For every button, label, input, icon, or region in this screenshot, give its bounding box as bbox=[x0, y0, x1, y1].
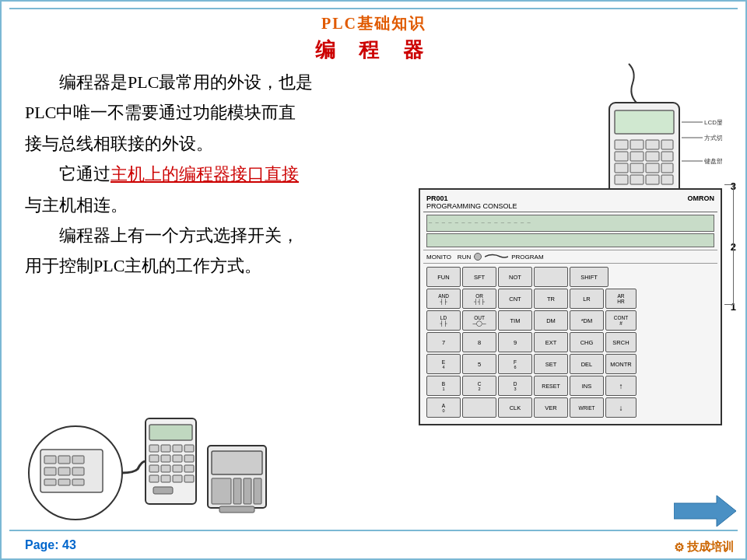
svg-rect-9 bbox=[661, 152, 673, 161]
key-shift[interactable]: SHIFT bbox=[570, 267, 608, 287]
paragraph-4: 它通过主机上的编程器接口直接 bbox=[25, 159, 406, 188]
svg-rect-13 bbox=[661, 163, 673, 173]
key-b1[interactable]: B1 bbox=[426, 376, 461, 396]
svg-rect-29 bbox=[72, 456, 84, 464]
svg-rect-41 bbox=[184, 445, 194, 452]
svg-rect-42 bbox=[149, 455, 159, 462]
key-out[interactable]: OUT─◯─ bbox=[462, 310, 496, 331]
text-block: 编程器是PLC最常用的外设，也是 PLC中唯一不需要通过功能模块而直 接与总线相… bbox=[25, 68, 406, 282]
svg-rect-34 bbox=[58, 479, 70, 485]
key-wriet[interactable]: WRIET bbox=[570, 397, 604, 418]
svg-rect-39 bbox=[161, 445, 170, 452]
key-a0[interactable]: A0 bbox=[426, 397, 461, 418]
key-cnt[interactable]: CNT bbox=[498, 289, 532, 309]
key-ext[interactable]: EXT bbox=[534, 332, 568, 352]
key-down[interactable]: ↓ bbox=[605, 397, 637, 418]
bottom-svg bbox=[25, 372, 274, 523]
key-srch[interactable]: SRCH bbox=[605, 332, 637, 352]
svg-rect-40 bbox=[173, 445, 182, 452]
key-up[interactable]: ↑ bbox=[605, 376, 637, 396]
paragraph-6: 编程器上有一个方式选择开关， bbox=[25, 221, 406, 250]
key-blank-1[interactable] bbox=[534, 267, 568, 287]
highlight-text: 主机上的编程器接口直接 bbox=[110, 164, 299, 184]
console-screen: _ _ _ _ _ _ _ _ _ _ _ _ _ _ _ _ bbox=[426, 215, 714, 232]
key-reset[interactable]: RESET bbox=[534, 376, 568, 396]
svg-rect-35 bbox=[72, 479, 84, 485]
content-area: 编程器是PLC最常用的外设，也是 PLC中唯一不需要通过功能模块而直 接与总线相… bbox=[25, 68, 722, 523]
key-f6[interactable]: F6 bbox=[498, 354, 532, 374]
key-d3[interactable]: D3 bbox=[498, 376, 532, 396]
paragraph-1: 编程器是PLC最常用的外设，也是 bbox=[25, 68, 406, 96]
paragraph-2: PLC中唯一不需要通过功能模块而直 bbox=[25, 98, 406, 127]
key-ver[interactable]: VER bbox=[534, 397, 568, 418]
key-8[interactable]: 8 bbox=[462, 332, 496, 352]
key-fun[interactable]: FUN bbox=[426, 267, 461, 287]
svg-rect-53 bbox=[184, 475, 194, 482]
svg-rect-10 bbox=[615, 163, 628, 173]
console-brand: PR001PROGRAMMING CONSOLE bbox=[426, 194, 517, 210]
page-footer: Page: 43 bbox=[25, 538, 76, 552]
svg-rect-4 bbox=[646, 140, 659, 149]
key-5[interactable]: 5 bbox=[462, 354, 496, 374]
key-row-3: LD┤├ OUT─◯─ TIM DM *DM CONT# bbox=[426, 310, 714, 331]
key-montr[interactable]: MONTR bbox=[605, 354, 637, 374]
console-diagram: PR001PROGRAMMING CONSOLE OMRON _ _ _ _ _… bbox=[419, 188, 722, 425]
key-del[interactable]: DEL bbox=[570, 354, 604, 374]
key-dm[interactable]: DM bbox=[534, 310, 568, 331]
key-e4[interactable]: E4 bbox=[426, 354, 461, 374]
svg-rect-47 bbox=[161, 465, 170, 472]
svg-marker-62 bbox=[674, 495, 736, 527]
key-lr[interactable]: LR bbox=[570, 289, 604, 309]
console-model: PROGRAMMING CONSOLE bbox=[426, 202, 517, 210]
svg-rect-44 bbox=[173, 455, 182, 462]
console-header: PR001PROGRAMMING CONSOLE OMRON bbox=[423, 193, 717, 212]
key-row-5: E4 5 F6 SET DEL MONTR bbox=[426, 354, 714, 374]
svg-rect-5 bbox=[661, 140, 673, 149]
key-9[interactable]: 9 bbox=[498, 332, 532, 352]
svg-rect-14 bbox=[615, 175, 628, 184]
page-container: PLC基础知识 编 程 器 编程器是PLC最常用的外设，也是 PLC中唯一不需要… bbox=[0, 0, 747, 560]
keypad-area: FUN SFT NOT SHIFT AND┤├ OR┤┤├ CNT TR LR … bbox=[423, 264, 717, 421]
key-tim[interactable]: TIM bbox=[498, 310, 532, 331]
key-xdm[interactable]: *DM bbox=[570, 310, 604, 331]
key-7[interactable]: 7 bbox=[426, 332, 461, 352]
key-sft[interactable]: SFT bbox=[462, 267, 496, 287]
svg-rect-6 bbox=[615, 152, 628, 161]
key-row-6: B1 C2 D3 RESET INS ↑ bbox=[426, 376, 714, 396]
svg-rect-38 bbox=[149, 445, 159, 452]
svg-text:方式切换开关: 方式切换开关 bbox=[704, 135, 722, 142]
watermark-text: 技成培训 bbox=[687, 540, 734, 555]
key-row-2: AND┤├ OR┤┤├ CNT TR LR ARHR bbox=[426, 289, 714, 309]
key-and[interactable]: AND┤├ bbox=[426, 289, 461, 309]
svg-rect-15 bbox=[630, 175, 644, 184]
mode-row: MONITO RUN PROGRAM bbox=[423, 250, 717, 264]
svg-rect-59 bbox=[244, 478, 251, 504]
svg-rect-56 bbox=[212, 451, 262, 474]
svg-rect-52 bbox=[173, 475, 182, 482]
svg-rect-37 bbox=[149, 425, 192, 440]
key-c2[interactable]: C2 bbox=[462, 376, 496, 396]
svg-rect-16 bbox=[646, 175, 659, 184]
key-cont[interactable]: CONT# bbox=[605, 310, 637, 331]
page-label: Page: bbox=[25, 538, 59, 551]
bracket-lines bbox=[724, 184, 734, 305]
svg-rect-54 bbox=[153, 487, 173, 494]
key-blank-2[interactable] bbox=[462, 397, 496, 418]
key-set[interactable]: SET bbox=[534, 354, 568, 374]
key-row-7: A0 CLK VER WRIET ↓ bbox=[426, 397, 714, 418]
key-not[interactable]: NOT bbox=[498, 267, 532, 287]
svg-rect-51 bbox=[161, 475, 170, 482]
svg-rect-32 bbox=[72, 467, 84, 475]
svg-rect-28 bbox=[58, 456, 70, 464]
watermark-icon: ⚙ bbox=[674, 541, 684, 555]
key-ins[interactable]: INS bbox=[570, 376, 604, 396]
key-tr[interactable]: TR bbox=[534, 289, 568, 309]
key-clk[interactable]: CLK bbox=[498, 397, 532, 418]
paragraph-7: 用于控制PLC主机的工作方式。 bbox=[25, 251, 406, 280]
key-ld[interactable]: LD┤├ bbox=[426, 310, 461, 331]
key-or[interactable]: OR┤┤├ bbox=[462, 289, 496, 309]
key-chg[interactable]: CHG bbox=[570, 332, 604, 352]
header-title: PLC基础知识 bbox=[2, 13, 745, 34]
key-ar-hr[interactable]: ARHR bbox=[605, 289, 637, 309]
paragraph-3: 接与总线相联接的外设。 bbox=[25, 129, 406, 158]
